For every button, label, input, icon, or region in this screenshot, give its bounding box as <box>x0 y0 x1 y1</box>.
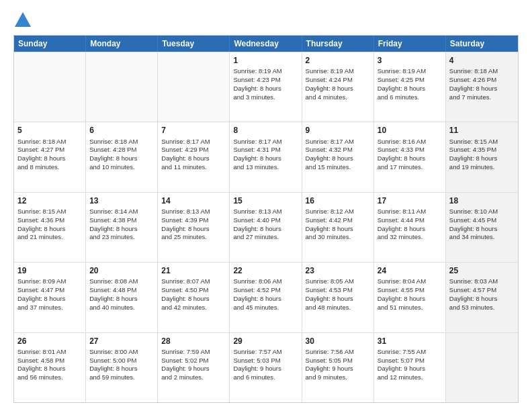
day-number: 31 <box>378 336 442 347</box>
cell-info-line: and 15 minutes. <box>306 163 370 172</box>
day-number: 27 <box>89 336 154 347</box>
weekday-header-monday: Monday <box>86 36 158 52</box>
cell-info-line: and 8 minutes. <box>17 163 82 172</box>
day-number: 4 <box>449 55 515 66</box>
calendar-cell-day-6: 6Sunrise: 8:18 AMSunset: 4:28 PMDaylight… <box>86 122 158 191</box>
cell-info-line: Daylight: 8 hours <box>161 154 226 163</box>
cell-info-line: Sunrise: 8:18 AM <box>17 138 82 146</box>
cell-info-line: and 45 minutes. <box>233 304 298 312</box>
cell-info-line: Sunrise: 8:18 AM <box>449 67 515 76</box>
cell-info-line: and 7 minutes. <box>449 93 515 102</box>
calendar-cell-day-30: 30Sunrise: 7:56 AMSunset: 5:05 PMDayligh… <box>302 333 374 402</box>
cell-info-line: Sunset: 4:33 PM <box>378 146 442 154</box>
calendar-row-2: 12Sunrise: 8:15 AMSunset: 4:36 PMDayligh… <box>14 192 518 262</box>
day-number: 9 <box>306 125 370 136</box>
cell-info-line: Sunrise: 8:19 AM <box>378 67 442 76</box>
day-number: 6 <box>89 125 154 136</box>
day-number: 10 <box>378 125 442 136</box>
calendar-cell-empty <box>158 52 230 122</box>
calendar-cell-day-3: 3Sunrise: 8:19 AMSunset: 4:25 PMDaylight… <box>374 52 446 122</box>
cell-info-line: Sunset: 4:57 PM <box>449 286 515 295</box>
calendar-cell-day-19: 19Sunrise: 8:09 AMSunset: 4:47 PMDayligh… <box>14 263 86 332</box>
calendar-cell-day-16: 16Sunrise: 8:12 AMSunset: 4:42 PMDayligh… <box>302 193 374 262</box>
calendar-row-3: 19Sunrise: 8:09 AMSunset: 4:47 PMDayligh… <box>14 262 518 332</box>
cell-info-line: Daylight: 8 hours <box>378 225 442 234</box>
calendar-cell-day-27: 27Sunrise: 8:00 AMSunset: 5:00 PMDayligh… <box>86 333 158 402</box>
calendar-cell-day-10: 10Sunrise: 8:16 AMSunset: 4:33 PMDayligh… <box>374 122 446 191</box>
cell-info-line: Sunrise: 8:11 AM <box>378 208 442 216</box>
cell-info-line: and 21 minutes. <box>17 233 82 242</box>
calendar-cell-day-26: 26Sunrise: 8:01 AMSunset: 4:58 PMDayligh… <box>14 333 86 402</box>
cell-info-line: Daylight: 8 hours <box>449 295 515 304</box>
cell-info-line: Sunrise: 8:06 AM <box>233 277 298 286</box>
cell-info-line: Sunset: 4:47 PM <box>17 286 82 295</box>
cell-info-line: Sunrise: 7:59 AM <box>161 348 226 357</box>
cell-info-line: Daylight: 8 hours <box>449 154 515 163</box>
day-number: 16 <box>306 195 370 206</box>
cell-info-line: Sunrise: 8:05 AM <box>306 277 370 286</box>
cell-info-line: Sunset: 4:31 PM <box>233 146 298 154</box>
cell-info-line: Daylight: 8 hours <box>378 154 442 163</box>
calendar-cell-day-13: 13Sunrise: 8:14 AMSunset: 4:38 PMDayligh… <box>86 193 158 262</box>
cell-info-line: Sunset: 5:03 PM <box>233 357 298 365</box>
calendar-cell-day-1: 1Sunrise: 8:19 AMSunset: 4:23 PMDaylight… <box>230 52 302 122</box>
cell-info-line: Sunset: 4:55 PM <box>378 286 442 295</box>
cell-info-line: and 4 minutes. <box>306 93 370 102</box>
cell-info-line: Sunrise: 8:00 AM <box>89 348 154 357</box>
weekday-header-tuesday: Tuesday <box>158 36 230 52</box>
day-number: 2 <box>306 55 370 66</box>
cell-info-line: Daylight: 8 hours <box>161 225 226 234</box>
calendar-cell-day-5: 5Sunrise: 8:18 AMSunset: 4:27 PMDaylight… <box>14 122 86 191</box>
cell-info-line: Daylight: 9 hours <box>161 365 226 373</box>
cell-info-line: Sunrise: 8:13 AM <box>161 208 226 216</box>
cell-info-line: Sunrise: 7:56 AM <box>306 348 370 357</box>
calendar-cell-day-2: 2Sunrise: 8:19 AMSunset: 4:24 PMDaylight… <box>302 52 374 122</box>
cell-info-line: and 25 minutes. <box>161 233 226 242</box>
cell-info-line: Sunset: 4:25 PM <box>378 76 442 85</box>
cell-info-line: and 10 minutes. <box>89 163 154 172</box>
cell-info-line: Daylight: 9 hours <box>306 365 370 373</box>
calendar-cell-day-24: 24Sunrise: 8:04 AMSunset: 4:55 PMDayligh… <box>374 263 446 332</box>
cell-info-line: Daylight: 9 hours <box>233 365 298 373</box>
day-number: 13 <box>89 195 154 206</box>
cell-info-line: Daylight: 8 hours <box>449 85 515 93</box>
logo <box>13 11 35 30</box>
day-number: 11 <box>449 125 515 136</box>
cell-info-line: Sunset: 4:52 PM <box>233 286 298 295</box>
header <box>13 11 519 30</box>
cell-info-line: Daylight: 8 hours <box>306 225 370 234</box>
cell-info-line: Sunrise: 8:09 AM <box>17 277 82 286</box>
calendar-row-4: 26Sunrise: 8:01 AMSunset: 4:58 PMDayligh… <box>14 332 518 402</box>
calendar-body: 1Sunrise: 8:19 AMSunset: 4:23 PMDaylight… <box>14 52 518 402</box>
cell-info-line: Sunrise: 8:19 AM <box>306 67 370 76</box>
cell-info-line: Sunrise: 7:55 AM <box>378 348 442 357</box>
cell-info-line: Sunset: 5:00 PM <box>89 357 154 365</box>
cell-info-line: Sunset: 5:07 PM <box>378 357 442 365</box>
cell-info-line: Sunrise: 8:01 AM <box>17 348 82 357</box>
day-number: 14 <box>161 195 226 206</box>
cell-info-line: and 2 minutes. <box>161 373 226 382</box>
calendar-cell-day-28: 28Sunrise: 7:59 AMSunset: 5:02 PMDayligh… <box>158 333 230 402</box>
cell-info-line: and 30 minutes. <box>306 233 370 242</box>
cell-info-line: Sunset: 4:58 PM <box>17 357 82 365</box>
cell-info-line: and 56 minutes. <box>17 373 82 382</box>
cell-info-line: Sunset: 4:23 PM <box>233 76 298 85</box>
cell-info-line: Sunrise: 8:17 AM <box>306 138 370 146</box>
calendar-cell-day-23: 23Sunrise: 8:05 AMSunset: 4:53 PMDayligh… <box>302 263 374 332</box>
cell-info-line: Sunset: 4:53 PM <box>306 286 370 295</box>
cell-info-line: Sunrise: 8:17 AM <box>233 138 298 146</box>
calendar-cell-day-29: 29Sunrise: 7:57 AMSunset: 5:03 PMDayligh… <box>230 333 302 402</box>
weekday-header-thursday: Thursday <box>302 36 374 52</box>
calendar: SundayMondayTuesdayWednesdayThursdayFrid… <box>13 35 519 403</box>
cell-info-line: and 37 minutes. <box>17 304 82 312</box>
cell-info-line: Sunrise: 8:15 AM <box>17 208 82 216</box>
cell-info-line: and 6 minutes. <box>378 93 442 102</box>
calendar-cell-day-12: 12Sunrise: 8:15 AMSunset: 4:36 PMDayligh… <box>14 193 86 262</box>
day-number: 12 <box>17 195 82 206</box>
calendar-cell-day-18: 18Sunrise: 8:10 AMSunset: 4:45 PMDayligh… <box>446 193 518 262</box>
cell-info-line: Sunrise: 8:19 AM <box>233 67 298 76</box>
cell-info-line: Sunrise: 8:14 AM <box>89 208 154 216</box>
cell-info-line: and 51 minutes. <box>378 304 442 312</box>
weekday-header-saturday: Saturday <box>446 36 518 52</box>
day-number: 25 <box>449 265 515 276</box>
